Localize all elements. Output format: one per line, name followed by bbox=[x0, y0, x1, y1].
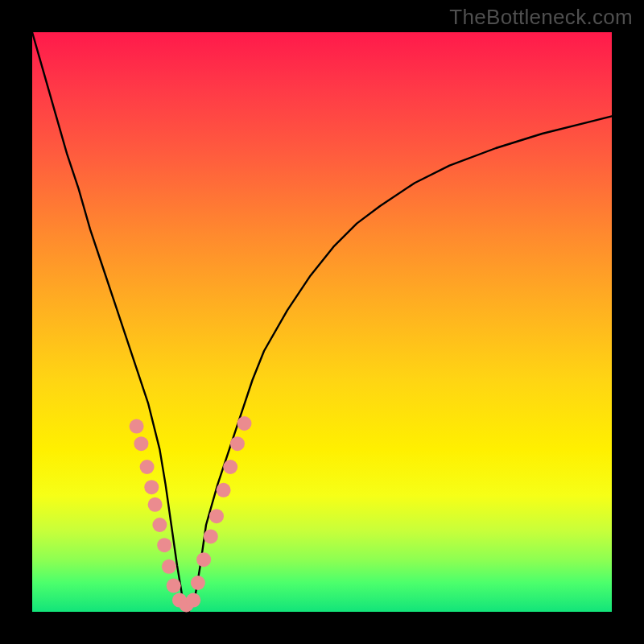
highlight-dot bbox=[186, 593, 200, 608]
chart-frame: TheBottleneck.com bbox=[0, 0, 644, 644]
highlight-dot bbox=[204, 529, 218, 543]
highlight-points bbox=[130, 416, 252, 612]
highlight-dot bbox=[162, 559, 176, 574]
bottleneck-curve bbox=[32, 32, 612, 612]
highlight-dot bbox=[196, 552, 211, 567]
highlight-dot bbox=[209, 509, 224, 523]
curve-layer bbox=[0, 0, 644, 644]
highlight-dot bbox=[148, 497, 163, 512]
highlight-dot bbox=[237, 416, 252, 431]
highlight-dot bbox=[223, 460, 237, 474]
highlight-dot bbox=[140, 460, 155, 474]
highlight-dot bbox=[217, 483, 231, 497]
highlight-dot bbox=[152, 518, 167, 532]
highlight-dot bbox=[191, 576, 205, 590]
highlight-dot bbox=[167, 579, 181, 593]
highlight-dot bbox=[144, 480, 159, 494]
highlight-dot bbox=[230, 436, 245, 451]
highlight-dot bbox=[157, 538, 171, 552]
highlight-dot bbox=[130, 419, 144, 434]
highlight-dot bbox=[134, 436, 148, 451]
bottleneck-curve-path bbox=[32, 32, 612, 612]
watermark-text: TheBottleneck.com bbox=[449, 5, 633, 30]
